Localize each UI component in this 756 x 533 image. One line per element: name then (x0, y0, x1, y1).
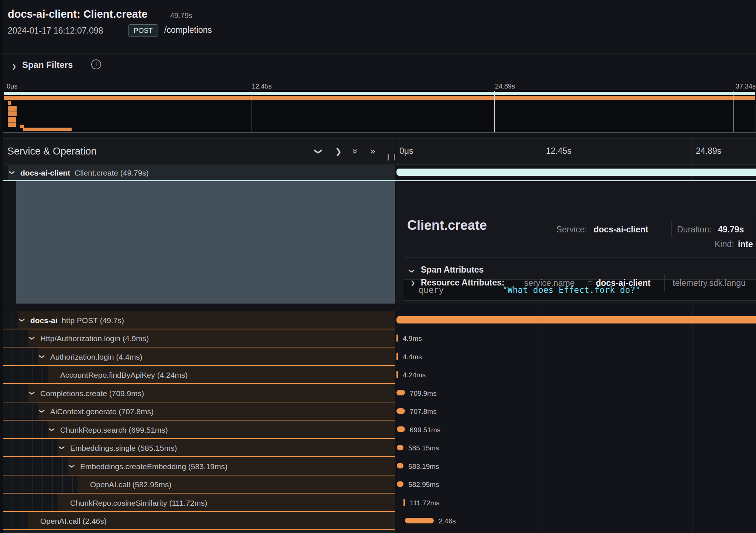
trace-duration-badge: 49.79s (170, 11, 192, 20)
info-icon[interactable]: i (91, 59, 101, 69)
chevron-down-icon[interactable]: ❯ (10, 170, 15, 175)
span-bar[interactable] (397, 463, 404, 468)
chevron-down-icon[interactable]: ❯ (409, 269, 415, 273)
span-row[interactable]: ❯docs-ai http POST (49.7s) (3, 311, 395, 329)
minimap-gridline (251, 91, 251, 132)
span-row[interactable]: ❯Embeddings.single (585.15ms) (3, 439, 395, 457)
span-bar[interactable] (403, 499, 405, 506)
trace-minimap[interactable] (3, 91, 756, 133)
chevron-down-icon[interactable]: ❯ (30, 391, 35, 395)
detail-kind-value: inte (738, 239, 753, 249)
span-duration-label: 707.8ms (410, 408, 437, 415)
trace-viewer: docs-ai-client: Client.create 49.79s 202… (0, 0, 756, 533)
span-row-label: docs-ai http POST (49.7s) (30, 316, 124, 324)
indent-guides (3, 329, 28, 347)
detail-service-label: Service: (556, 225, 587, 235)
span-row[interactable]: ❯Completions.create (709.9ms) (3, 384, 395, 402)
collapse-one-icon[interactable]: ❯ (315, 148, 323, 155)
minimap-tick-row: 0μs 12.45s 24.89s 37.34s (0, 82, 756, 91)
span-bar[interactable] (396, 390, 405, 395)
minimap-span-bar (8, 111, 17, 116)
minimap-gridline (733, 91, 733, 132)
span-row[interactable]: OpenAI.call (582.95ms) (3, 475, 395, 494)
span-duration-label: 583.19ms (408, 463, 439, 470)
span-bar[interactable] (396, 353, 398, 360)
resource-key: service.name (524, 278, 575, 288)
span-bar[interactable] (405, 518, 434, 523)
span-duration-label: 582.95ms (408, 481, 439, 488)
span-attributes-title[interactable]: Span Attributes (421, 265, 484, 275)
span-filters-label[interactable]: Span Filters (22, 60, 73, 70)
tree-header-title: Service & Operation (7, 146, 97, 157)
span-duration-label: 111.72ms (410, 499, 440, 506)
span-bar[interactable] (396, 335, 398, 342)
span-bar[interactable] (396, 371, 398, 378)
chevron-down-icon[interactable]: ❯ (69, 464, 75, 468)
timeline-tick: 12.45s (546, 146, 571, 156)
trace-header: docs-ai-client: Client.create 49.79s 202… (3, 0, 756, 53)
panel-resize-handle[interactable] (388, 154, 395, 160)
span-detail-panel: Client.create Service: docs-ai-client Du… (396, 181, 756, 304)
minimap-tick: 0μs (7, 83, 17, 90)
detail-duration-value: 49.79s (718, 225, 744, 235)
span-row-label: Http/Authorization.login (4.9ms) (40, 335, 149, 342)
span-bar[interactable] (396, 316, 756, 323)
chevron-right-icon[interactable]: ❯ (410, 280, 415, 285)
span-duration-label: 585.15ms (408, 444, 439, 451)
span-row[interactable]: ❯Http/Authorization.login (4.9ms) (3, 329, 395, 348)
minimap-span-bar (8, 117, 16, 122)
detail-separator (404, 257, 756, 257)
indent-guides (3, 439, 58, 457)
trace-timestamp: 2024-01-17 16:12:07.098 (8, 26, 103, 36)
chevron-right-icon[interactable]: ❯ (12, 63, 17, 69)
span-duration-label: 4.9ms (403, 335, 422, 342)
span-row-label: Authorization.login (4.4ms) (50, 353, 142, 361)
resource-key-clipped: telemetry.sdk.langu (673, 278, 746, 288)
minimap-span-bar (4, 96, 755, 100)
timeline-header: 0μs 12.45s 24.89s (396, 138, 756, 165)
span-row[interactable]: ChunkRepo.cosineSimilarity (111.72ms) (3, 494, 395, 512)
collapse-all-icon[interactable]: » (351, 149, 360, 153)
span-row-label: OpenAI.call (582.95ms) (90, 481, 172, 488)
span-row[interactable]: ❯Authorization.login (4.4ms) (3, 347, 395, 366)
span-filters-toggle[interactable]: ❯ Span Filters i (3, 53, 756, 81)
minimap-gridline (494, 91, 495, 132)
span-row-label: Completions.create (709.9ms) (40, 390, 144, 397)
minimap-span-bar (8, 106, 17, 111)
minimap-span-bar (8, 101, 11, 105)
detail-divider (671, 221, 672, 237)
chevron-down-icon[interactable]: ❯ (49, 427, 55, 432)
span-bar[interactable] (396, 408, 405, 414)
span-row[interactable]: ❯docs-ai-client Client.create (49.79s) (3, 165, 395, 180)
span-row[interactable]: ❯AiContext.generate (707.8ms) (3, 402, 395, 421)
tree-header: Service & Operation ❯ ❯ » » (3, 138, 395, 165)
span-row[interactable]: OpenAI.call (2.46s) (3, 512, 395, 530)
span-bar[interactable] (397, 445, 404, 450)
resource-attributes-title[interactable]: Resource Attributes: (421, 278, 505, 288)
span-row-label: OpenAI.call (2.46s) (40, 517, 107, 525)
span-bar[interactable] (397, 426, 405, 432)
span-row[interactable]: AccountRepo.findByApiKey (4.24ms) (3, 366, 395, 384)
chevron-down-icon[interactable]: ❯ (20, 318, 25, 322)
chevron-down-icon[interactable]: ❯ (59, 445, 65, 450)
chevron-down-icon[interactable]: ❯ (39, 409, 45, 413)
timeline-tick: 24.89s (696, 146, 721, 156)
expand-all-icon[interactable]: » (370, 147, 375, 156)
indent-guides (3, 457, 68, 475)
span-row-label: Embeddings.single (585.15ms) (70, 444, 177, 452)
chevron-down-icon[interactable]: ❯ (39, 354, 45, 359)
span-row[interactable]: ❯ChunkRepo.search (699.51ms) (3, 420, 395, 439)
http-method-badge: POST (128, 24, 158, 37)
window-left-edge (0, 0, 3, 533)
resource-value: docs-ai-client (596, 278, 650, 288)
indent-guides (3, 420, 48, 438)
minimap-span-bar (23, 128, 72, 131)
detail-duration-label: Duration: (677, 225, 711, 235)
span-bar[interactable] (396, 169, 756, 176)
span-row-label: ChunkRepo.cosineSimilarity (111.72ms) (70, 499, 207, 507)
span-row[interactable]: ❯Embeddings.createEmbedding (583.19ms) (3, 457, 395, 475)
expand-one-icon[interactable]: ❯ (335, 148, 342, 155)
span-bar[interactable] (397, 481, 404, 487)
indent-guides (3, 494, 58, 511)
chevron-down-icon[interactable]: ❯ (30, 336, 35, 340)
